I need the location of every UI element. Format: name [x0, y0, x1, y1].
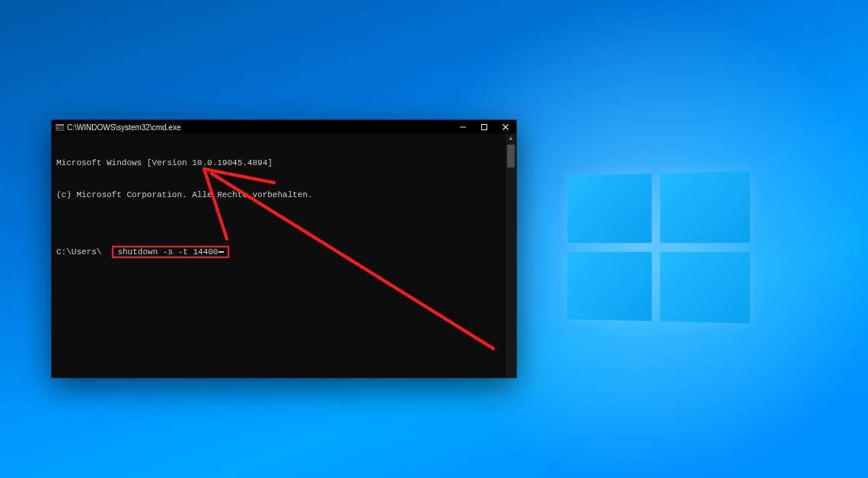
windows-logo-tile	[660, 171, 750, 243]
cmd-window[interactable]: >_ C:\WINDOWS\system32\cmd.exe	[52, 120, 516, 378]
terminal-body[interactable]: Microsoft Windows [Version 10.0.19045.48…	[52, 134, 516, 378]
svg-text:>_: >_	[56, 126, 62, 131]
windows-logo	[567, 171, 750, 323]
maximize-button[interactable]	[474, 120, 495, 134]
text-cursor	[219, 251, 224, 253]
typed-command: shutdown -s -t 14400	[117, 247, 218, 257]
minimize-button[interactable]	[452, 120, 474, 134]
prompt-path: C:\Users\	[56, 247, 101, 257]
vertical-scrollbar[interactable]: ▲	[506, 134, 516, 378]
windows-desktop: >_ C:\WINDOWS\system32\cmd.exe	[0, 0, 868, 478]
windows-logo-tile	[660, 252, 750, 323]
svg-rect-4	[482, 125, 487, 130]
scrollbar-thumb[interactable]	[507, 145, 515, 167]
window-title: C:\WINDOWS\system32\cmd.exe	[67, 123, 180, 132]
titlebar[interactable]: >_ C:\WINDOWS\system32\cmd.exe	[52, 120, 516, 134]
scrollbar-up-arrow-icon[interactable]: ▲	[506, 134, 516, 143]
command-highlight-box: shutdown -s -t 14400	[112, 246, 229, 258]
windows-logo-tile	[567, 252, 652, 321]
window-controls	[452, 120, 516, 134]
close-button[interactable]	[495, 120, 516, 134]
windows-logo-tile	[567, 174, 652, 243]
cmd-icon: >_	[55, 123, 64, 132]
terminal-line: Microsoft Windows [Version 10.0.19045.48…	[56, 158, 512, 168]
prompt-row: C:\Users\ shutdown -s -t 14400	[56, 246, 512, 258]
terminal-line: (c) Microsoft Corporation. Alle Rechte v…	[56, 190, 512, 200]
